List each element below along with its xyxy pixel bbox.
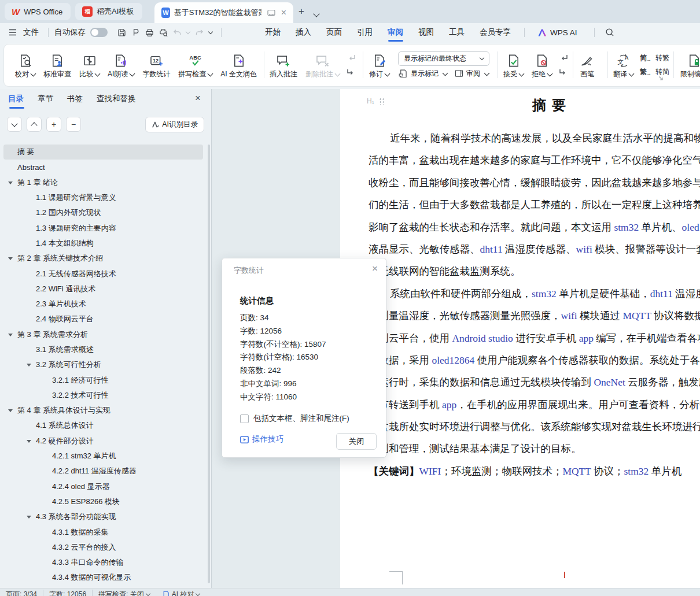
sidebar-tab-chapters[interactable]: 章节 xyxy=(38,94,53,109)
sidebar-tab-find-replace[interactable]: 查找和替换 xyxy=(97,94,136,109)
toc-collapse-button[interactable]: − xyxy=(66,117,81,132)
markup-state-select[interactable]: 显示标记的最终状态 xyxy=(398,51,489,66)
accept-button[interactable]: 接受 xyxy=(499,49,528,80)
group-expand-icon[interactable] xyxy=(658,76,664,81)
toc-item[interactable]: 1.3 课题研究的主要内容 xyxy=(3,220,203,235)
undo-dropdown-icon[interactable] xyxy=(185,27,191,38)
next-comment-icon[interactable] xyxy=(346,68,356,77)
reject-button[interactable]: 拒绝 xyxy=(528,49,556,80)
new-tab-icon[interactable]: + xyxy=(299,6,304,17)
menu-page[interactable]: 页面 xyxy=(319,23,349,42)
insert-comment-button[interactable]: 插入批注 xyxy=(266,49,301,80)
checkbox-icon[interactable] xyxy=(240,414,249,423)
export-pdf-icon[interactable] xyxy=(130,27,141,38)
collapse-triangle-icon[interactable] xyxy=(8,182,13,184)
toc-item[interactable]: 4.2.4 oled 显示器 xyxy=(3,479,203,494)
translate-button[interactable]: 文A 翻译 xyxy=(609,49,638,80)
toc-item[interactable]: Abstract xyxy=(3,160,203,175)
toc-item[interactable]: 第 2 章 系统关键技术介绍 xyxy=(3,251,203,266)
toc-item[interactable]: 摘 要 xyxy=(3,145,203,160)
menu-home[interactable]: 开始 xyxy=(257,23,288,42)
sidebar-close-icon[interactable]: × xyxy=(195,92,201,104)
toc-previous-button[interactable] xyxy=(27,117,42,132)
toc-item[interactable]: 4.3.3 串口命令的传输 xyxy=(3,555,203,570)
review-pane-button[interactable]: 审阅 xyxy=(454,69,489,79)
file-menu[interactable]: 文件 xyxy=(20,23,42,42)
toc-item[interactable]: 3.2.1 经济可行性 xyxy=(3,372,203,387)
spell-check-indicator[interactable]: 拼写检查: 关闭 xyxy=(98,590,150,596)
print-icon[interactable] xyxy=(143,27,155,38)
traditional-to-simplified-button[interactable]: 繁→ 转简 xyxy=(640,67,669,77)
toc-item[interactable]: 3.2 系统可行性分析 xyxy=(3,357,203,372)
toc-item[interactable]: 3.2.2 技术可行性 xyxy=(3,388,203,403)
word-count-indicator[interactable]: 字数: 12056 xyxy=(49,590,86,596)
toc-next-button[interactable] xyxy=(7,117,22,132)
ai-proofread-indicator[interactable]: AI 校对 xyxy=(163,590,200,596)
collapse-triangle-icon[interactable] xyxy=(27,364,31,367)
toc-item[interactable]: 4.3.4 数据的可视化显示 xyxy=(3,570,203,585)
save-icon[interactable] xyxy=(116,27,127,38)
ai-recognize-toc-button[interactable]: AI识别目录 xyxy=(145,117,204,132)
delete-comment-button[interactable]: 删除批注 xyxy=(301,49,344,80)
toc-item[interactable]: 2.4 物联网云平台 xyxy=(3,312,203,327)
compare-button[interactable]: 比较 xyxy=(75,49,104,80)
proofread-button[interactable]: 校对 xyxy=(11,49,39,80)
tab-list-chevron-icon[interactable] xyxy=(314,8,319,19)
standard-review-button[interactable]: 标准审查 xyxy=(39,49,75,80)
toc-item[interactable]: 4.1 系统总体设计 xyxy=(3,418,203,433)
tab-document[interactable]: W 基于STM32的智能盆栽管家系统 × xyxy=(154,2,293,23)
ink-pen-button[interactable]: 画笔 xyxy=(576,49,599,80)
search-icon[interactable] xyxy=(604,27,616,38)
previous-comment-icon[interactable] xyxy=(346,53,356,62)
tips-link[interactable]: 操作技巧 xyxy=(240,434,283,445)
menu-reference[interactable]: 引用 xyxy=(349,23,380,42)
ai-read-aloud-button[interactable]: AI朗读 xyxy=(104,49,138,80)
toc-item[interactable]: 4.3.2 云平台的接入 xyxy=(3,540,203,555)
previous-change-icon[interactable] xyxy=(558,53,569,62)
menu-view[interactable]: 视图 xyxy=(411,23,441,42)
show-markup-button[interactable]: 显示标记 xyxy=(398,69,447,79)
undo-icon[interactable] xyxy=(171,27,183,38)
simplified-to-traditional-button[interactable]: 简→ 转繁 xyxy=(640,53,669,63)
toc-item[interactable]: 4.2.2 dht11 温湿度传感器 xyxy=(3,464,203,479)
sidebar-tab-bookmarks[interactable]: 书签 xyxy=(67,94,83,109)
restrict-editing-button[interactable]: 限制编辑 xyxy=(676,49,700,80)
toc-item[interactable]: 第 1 章 绪论 xyxy=(3,175,203,190)
toc-item[interactable]: 第 3 章 系统需求分析 xyxy=(3,327,203,342)
toc-item[interactable]: 2.1 无线传感器网络技术 xyxy=(3,266,203,281)
toc-item[interactable]: 1.4 本文组织结构 xyxy=(3,236,203,251)
toc-item[interactable]: 3.1 系统需求概述 xyxy=(3,342,203,357)
collapse-triangle-icon[interactable] xyxy=(8,257,13,260)
sidebar-tab-contents[interactable]: 目录 xyxy=(8,94,24,109)
toc-item[interactable]: 2.3 单片机技术 xyxy=(3,297,203,312)
print-preview-icon[interactable] xyxy=(157,27,169,38)
menu-tools[interactable]: 工具 xyxy=(441,23,472,42)
toc-item[interactable]: 第 4 章 系统具体设计与实现 xyxy=(3,403,203,418)
spell-check-button[interactable]: ABC 拼写检查 xyxy=(174,49,216,80)
dialog-close-icon[interactable]: × xyxy=(372,263,378,275)
page-indicator[interactable]: 页面: 3/34 xyxy=(6,590,37,596)
toc-item[interactable]: 1.2 国内外研究现状 xyxy=(3,205,203,220)
toc-item[interactable]: 1.1 课题研究背景与意义 xyxy=(3,190,203,205)
close-tab-icon[interactable]: × xyxy=(281,8,286,18)
toc-item[interactable]: 2.2 WiFi 通讯技术 xyxy=(3,282,203,297)
quick-access-chevron-icon[interactable] xyxy=(207,27,214,38)
tab-wps-office[interactable]: W WPS Office xyxy=(5,3,71,20)
track-changes-button[interactable]: 修订 xyxy=(365,49,393,80)
collapse-triangle-icon[interactable] xyxy=(27,516,31,519)
document-page[interactable]: H₁ 摘 要 近年来，随着科学技术的高速发展，以及全民家庭生活水平的提高和物质生… xyxy=(340,89,700,588)
ai-polish-button[interactable]: AI 全文润色 xyxy=(216,49,261,80)
sidebar-scrollbar[interactable] xyxy=(208,145,210,583)
menu-review[interactable]: 审阅 xyxy=(380,23,411,42)
menu-member[interactable]: 会员专享 xyxy=(472,23,518,42)
collapse-triangle-icon[interactable] xyxy=(8,334,13,336)
close-button[interactable]: 关闭 xyxy=(336,433,377,450)
collapse-triangle-icon[interactable] xyxy=(27,440,31,443)
wps-ai-button[interactable]: WPS AI xyxy=(530,23,585,42)
hamburger-icon[interactable] xyxy=(7,27,19,38)
next-change-icon[interactable] xyxy=(558,68,569,77)
include-footnotes-option[interactable]: 包括文本框、脚注和尾注(F) xyxy=(240,413,349,424)
collapse-triangle-icon[interactable] xyxy=(8,409,13,412)
word-count-button[interactable]: 12 字数统计 xyxy=(138,49,174,80)
toc-item[interactable]: 4.3 系统各部分功能实现 xyxy=(3,509,203,524)
